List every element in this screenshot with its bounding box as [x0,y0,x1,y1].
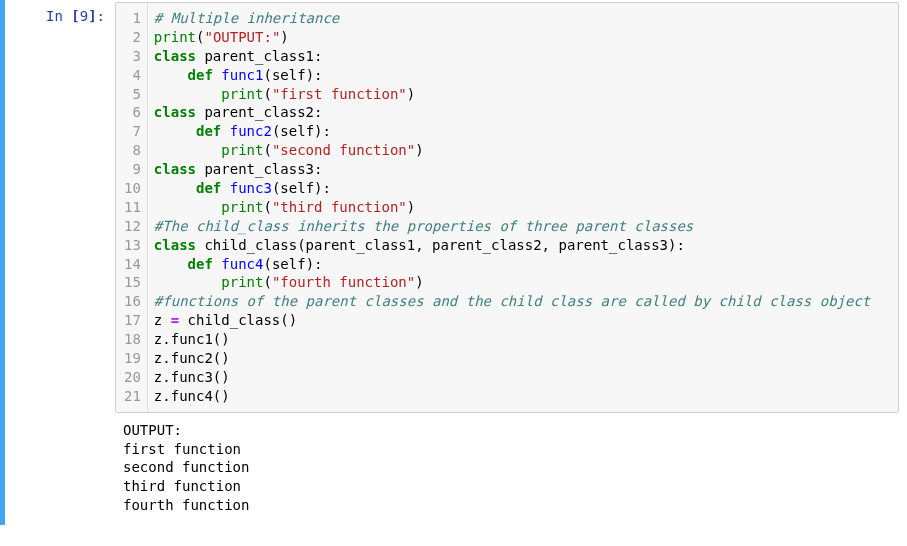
line-number: 3 [124,47,141,66]
input-row: In [9]: 12345678910111213141516171819202… [5,2,907,413]
line-number: 20 [124,368,141,387]
stdout-output: OUTPUT: first function second function t… [115,413,907,523]
code-line[interactable]: #functions of the parent classes and the… [154,292,890,311]
input-prompt: In [9]: [5,2,115,24]
line-number: 8 [124,141,141,160]
code-line[interactable]: def func2(self): [154,122,890,141]
line-number: 15 [124,273,141,292]
code-line[interactable]: class parent_class3: [154,160,890,179]
prompt-label: In [46,8,63,24]
code-line[interactable]: class parent_class1: [154,47,890,66]
code-line[interactable]: z.func4() [154,387,890,406]
line-number: 12 [124,217,141,236]
code-line[interactable]: def func4(self): [154,255,890,274]
code-line[interactable]: class parent_class2: [154,103,890,122]
line-number: 19 [124,349,141,368]
line-number: 11 [124,198,141,217]
line-number: 2 [124,28,141,47]
line-number: 17 [124,311,141,330]
code-cell: In [9]: 12345678910111213141516171819202… [0,0,907,525]
code-line[interactable]: z.func1() [154,330,890,349]
code-line[interactable]: #The child_class inherits the properties… [154,217,890,236]
line-number: 5 [124,85,141,104]
line-gutter: 123456789101112131415161718192021 [116,3,148,412]
line-number: 10 [124,179,141,198]
code-line[interactable]: print("second function") [154,141,890,160]
code-line[interactable]: print("OUTPUT:") [154,28,890,47]
line-number: 21 [124,387,141,406]
code-content[interactable]: # Multiple inheritanceprint("OUTPUT:")cl… [148,3,898,412]
code-line[interactable]: z.func3() [154,368,890,387]
code-line[interactable]: class child_class(parent_class1, parent_… [154,236,890,255]
prompt-number: 9 [80,8,88,24]
code-line[interactable]: # Multiple inheritance [154,9,890,28]
code-line[interactable]: print("fourth function") [154,273,890,292]
line-number: 4 [124,66,141,85]
code-line[interactable]: z.func2() [154,349,890,368]
code-line[interactable]: print("first function") [154,85,890,104]
line-number: 6 [124,103,141,122]
line-number: 9 [124,160,141,179]
code-line[interactable]: print("third function") [154,198,890,217]
code-input-area[interactable]: 123456789101112131415161718192021 # Mult… [115,2,899,413]
line-number: 18 [124,330,141,349]
code-line[interactable]: def func3(self): [154,179,890,198]
line-number: 16 [124,292,141,311]
line-number: 7 [124,122,141,141]
code-line[interactable]: z = child_class() [154,311,890,330]
line-number: 14 [124,255,141,274]
line-number: 13 [124,236,141,255]
line-number: 1 [124,9,141,28]
code-line[interactable]: def func1(self): [154,66,890,85]
